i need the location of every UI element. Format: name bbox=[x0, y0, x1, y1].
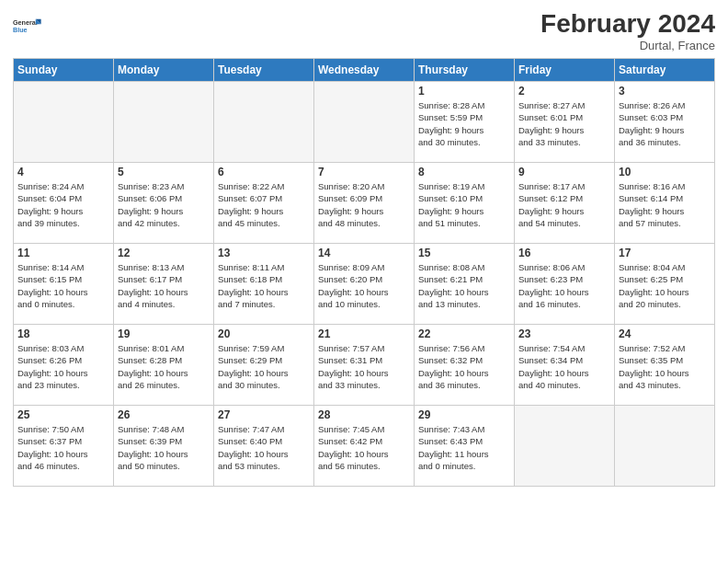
day-info: Sunrise: 7:50 AMSunset: 6:37 PMDaylight:… bbox=[17, 423, 109, 472]
day-number: 27 bbox=[218, 408, 310, 421]
day-number: 12 bbox=[118, 247, 210, 259]
svg-text:General: General bbox=[13, 18, 38, 27]
day-number: 8 bbox=[418, 166, 510, 178]
day-info: Sunrise: 8:24 AMSunset: 6:04 PMDaylight:… bbox=[17, 180, 109, 229]
day-info: Sunrise: 7:57 AMSunset: 6:31 PMDaylight:… bbox=[318, 342, 410, 391]
month-title: February 2024 bbox=[540, 9, 715, 39]
calendar-cell: 19Sunrise: 8:01 AMSunset: 6:28 PMDayligh… bbox=[114, 325, 214, 406]
day-info: Sunrise: 8:03 AMSunset: 6:26 PMDaylight:… bbox=[17, 342, 109, 391]
day-info: Sunrise: 8:11 AMSunset: 6:18 PMDaylight:… bbox=[218, 261, 310, 310]
day-info: Sunrise: 7:54 AMSunset: 6:34 PMDaylight:… bbox=[518, 342, 610, 391]
day-info: Sunrise: 8:14 AMSunset: 6:15 PMDaylight:… bbox=[17, 261, 109, 310]
calendar-cell bbox=[615, 406, 715, 487]
calendar-cell: 23Sunrise: 7:54 AMSunset: 6:34 PMDayligh… bbox=[515, 325, 615, 406]
day-number: 17 bbox=[619, 247, 711, 259]
day-info: Sunrise: 7:47 AMSunset: 6:40 PMDaylight:… bbox=[218, 423, 310, 472]
calendar-cell: 11Sunrise: 8:14 AMSunset: 6:15 PMDayligh… bbox=[14, 244, 114, 325]
weekday-header: Monday bbox=[114, 59, 214, 82]
day-number: 3 bbox=[619, 85, 711, 98]
calendar-cell: 18Sunrise: 8:03 AMSunset: 6:26 PMDayligh… bbox=[14, 325, 114, 406]
day-info: Sunrise: 7:45 AMSunset: 6:42 PMDaylight:… bbox=[318, 423, 410, 472]
calendar-cell bbox=[314, 82, 415, 163]
calendar-cell: 29Sunrise: 7:43 AMSunset: 6:43 PMDayligh… bbox=[415, 406, 515, 487]
svg-text:Blue: Blue bbox=[13, 26, 28, 34]
day-number: 26 bbox=[118, 408, 210, 421]
calendar-week-row: 4Sunrise: 8:24 AMSunset: 6:04 PMDaylight… bbox=[14, 163, 715, 244]
weekday-header: Friday bbox=[515, 59, 615, 82]
calendar-cell: 25Sunrise: 7:50 AMSunset: 6:37 PMDayligh… bbox=[14, 406, 114, 487]
day-number: 21 bbox=[318, 327, 410, 340]
calendar-cell: 20Sunrise: 7:59 AMSunset: 6:29 PMDayligh… bbox=[214, 325, 314, 406]
day-number: 20 bbox=[218, 327, 310, 340]
day-number: 22 bbox=[418, 327, 510, 340]
weekday-header: Tuesday bbox=[214, 59, 314, 82]
calendar-week-row: 18Sunrise: 8:03 AMSunset: 6:26 PMDayligh… bbox=[14, 325, 715, 406]
day-number: 6 bbox=[218, 166, 310, 178]
calendar-week-row: 1Sunrise: 8:28 AMSunset: 5:59 PMDaylight… bbox=[14, 82, 715, 163]
logo: GeneralBlue bbox=[13, 9, 50, 42]
calendar-header-row: SundayMondayTuesdayWednesdayThursdayFrid… bbox=[14, 59, 715, 82]
day-info: Sunrise: 8:08 AMSunset: 6:21 PMDaylight:… bbox=[418, 261, 510, 310]
calendar-cell: 4Sunrise: 8:24 AMSunset: 6:04 PMDaylight… bbox=[14, 163, 114, 244]
day-number: 29 bbox=[418, 408, 510, 421]
calendar-week-row: 25Sunrise: 7:50 AMSunset: 6:37 PMDayligh… bbox=[14, 406, 715, 487]
weekday-header: Thursday bbox=[415, 59, 515, 82]
day-number: 15 bbox=[418, 247, 510, 259]
day-number: 28 bbox=[318, 408, 410, 421]
calendar-cell: 15Sunrise: 8:08 AMSunset: 6:21 PMDayligh… bbox=[415, 244, 515, 325]
day-info: Sunrise: 8:04 AMSunset: 6:25 PMDaylight:… bbox=[619, 261, 711, 310]
day-number: 16 bbox=[518, 247, 610, 259]
day-info: Sunrise: 8:09 AMSunset: 6:20 PMDaylight:… bbox=[318, 261, 410, 310]
calendar-cell: 28Sunrise: 7:45 AMSunset: 6:42 PMDayligh… bbox=[314, 406, 415, 487]
calendar-cell: 9Sunrise: 8:17 AMSunset: 6:12 PMDaylight… bbox=[515, 163, 615, 244]
calendar-cell bbox=[114, 82, 214, 163]
day-info: Sunrise: 8:13 AMSunset: 6:17 PMDaylight:… bbox=[118, 261, 210, 310]
calendar-cell: 27Sunrise: 7:47 AMSunset: 6:40 PMDayligh… bbox=[214, 406, 314, 487]
day-info: Sunrise: 7:43 AMSunset: 6:43 PMDaylight:… bbox=[418, 423, 510, 472]
calendar-cell: 26Sunrise: 7:48 AMSunset: 6:39 PMDayligh… bbox=[114, 406, 214, 487]
location: Durtal, France bbox=[540, 39, 715, 52]
calendar-cell: 17Sunrise: 8:04 AMSunset: 6:25 PMDayligh… bbox=[615, 244, 715, 325]
calendar-cell: 16Sunrise: 8:06 AMSunset: 6:23 PMDayligh… bbox=[515, 244, 615, 325]
day-info: Sunrise: 8:01 AMSunset: 6:28 PMDaylight:… bbox=[118, 342, 210, 391]
day-info: Sunrise: 8:16 AMSunset: 6:14 PMDaylight:… bbox=[619, 180, 711, 229]
calendar-cell: 24Sunrise: 7:52 AMSunset: 6:35 PMDayligh… bbox=[615, 325, 715, 406]
day-number: 9 bbox=[518, 166, 610, 178]
calendar-cell: 1Sunrise: 8:28 AMSunset: 5:59 PMDaylight… bbox=[415, 82, 515, 163]
page: GeneralBlue February 2024 Durtal, France… bbox=[0, 0, 728, 563]
day-number: 25 bbox=[17, 408, 109, 421]
day-number: 5 bbox=[118, 166, 210, 178]
calendar-cell: 5Sunrise: 8:23 AMSunset: 6:06 PMDaylight… bbox=[114, 163, 214, 244]
day-info: Sunrise: 8:26 AMSunset: 6:03 PMDaylight:… bbox=[619, 99, 711, 148]
calendar-cell: 22Sunrise: 7:56 AMSunset: 6:32 PMDayligh… bbox=[415, 325, 515, 406]
calendar-cell: 10Sunrise: 8:16 AMSunset: 6:14 PMDayligh… bbox=[615, 163, 715, 244]
calendar-cell: 21Sunrise: 7:57 AMSunset: 6:31 PMDayligh… bbox=[314, 325, 415, 406]
day-info: Sunrise: 8:28 AMSunset: 5:59 PMDaylight:… bbox=[418, 99, 510, 148]
day-number: 4 bbox=[17, 166, 109, 178]
weekday-header: Saturday bbox=[615, 59, 715, 82]
calendar-cell: 3Sunrise: 8:26 AMSunset: 6:03 PMDaylight… bbox=[615, 82, 715, 163]
day-number: 14 bbox=[318, 247, 410, 259]
calendar-cell: 13Sunrise: 8:11 AMSunset: 6:18 PMDayligh… bbox=[214, 244, 314, 325]
day-info: Sunrise: 7:56 AMSunset: 6:32 PMDaylight:… bbox=[418, 342, 510, 391]
calendar-cell: 8Sunrise: 8:19 AMSunset: 6:10 PMDaylight… bbox=[415, 163, 515, 244]
day-info: Sunrise: 8:23 AMSunset: 6:06 PMDaylight:… bbox=[118, 180, 210, 229]
day-number: 11 bbox=[17, 247, 109, 259]
weekday-header: Wednesday bbox=[314, 59, 415, 82]
calendar-cell: 7Sunrise: 8:20 AMSunset: 6:09 PMDaylight… bbox=[314, 163, 415, 244]
weekday-header: Sunday bbox=[14, 59, 114, 82]
day-number: 13 bbox=[218, 247, 310, 259]
calendar-cell bbox=[214, 82, 314, 163]
day-info: Sunrise: 8:06 AMSunset: 6:23 PMDaylight:… bbox=[518, 261, 610, 310]
day-number: 24 bbox=[619, 327, 711, 340]
header: GeneralBlue February 2024 Durtal, France bbox=[13, 9, 715, 52]
calendar-cell: 2Sunrise: 8:27 AMSunset: 6:01 PMDaylight… bbox=[515, 82, 615, 163]
logo-icon: GeneralBlue bbox=[13, 9, 46, 42]
day-info: Sunrise: 8:20 AMSunset: 6:09 PMDaylight:… bbox=[318, 180, 410, 229]
calendar-cell: 6Sunrise: 8:22 AMSunset: 6:07 PMDaylight… bbox=[214, 163, 314, 244]
day-number: 19 bbox=[118, 327, 210, 340]
day-number: 18 bbox=[17, 327, 109, 340]
day-info: Sunrise: 7:59 AMSunset: 6:29 PMDaylight:… bbox=[218, 342, 310, 391]
day-number: 1 bbox=[418, 85, 510, 98]
day-info: Sunrise: 8:22 AMSunset: 6:07 PMDaylight:… bbox=[218, 180, 310, 229]
